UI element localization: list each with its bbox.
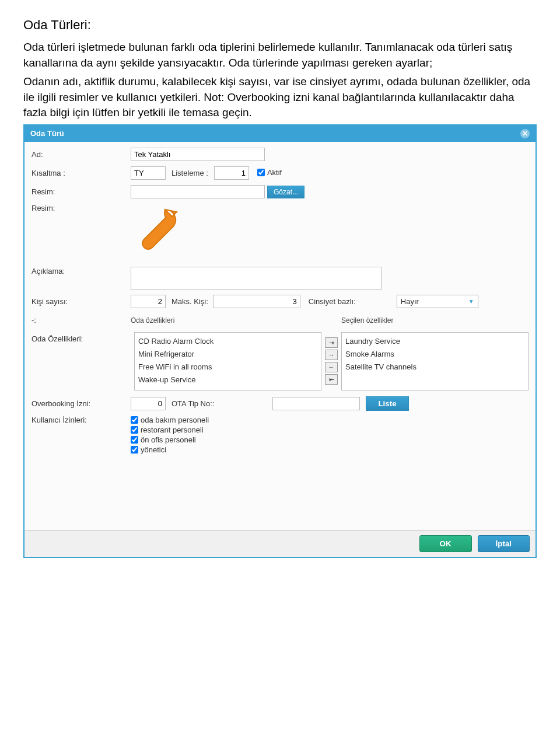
aciklama-textarea[interactable] — [131, 267, 382, 290]
label-overbooking: Overbooking İzni: — [32, 399, 131, 408]
close-icon[interactable]: ✕ — [520, 129, 530, 138]
perm-label: ön ofis personeli — [141, 435, 196, 444]
perm-label: oda bakım personeli — [141, 416, 209, 424]
ota-input[interactable] — [272, 397, 360, 410]
perm-checkbox-3[interactable] — [131, 446, 138, 454]
label-resim-2: Resim: — [32, 204, 131, 212]
move-all-left-button[interactable]: ⇤ — [325, 374, 338, 385]
list-item[interactable]: Laundry Service — [345, 335, 524, 348]
modal-body: Ad: Kısaltma : Listeleme : Aktif Resim: … — [24, 142, 536, 530]
listeleme-input[interactable] — [214, 166, 249, 180]
modal-title: Oda Türü — [30, 129, 64, 138]
paragraph-1: Oda türleri işletmede bulunan farklı oda… — [23, 40, 537, 71]
label-oda-ozellikleri: Oda Özellikleri: — [32, 332, 131, 390]
label-listeleme: Listeleme : — [172, 169, 208, 177]
list-item[interactable]: Free WiFi in all rooms — [138, 361, 317, 374]
move-all-right-button[interactable]: ⇥ — [325, 337, 338, 348]
cinsiyet-value: Hayır — [401, 297, 419, 306]
label-resim-1: Resim: — [32, 187, 131, 196]
perm-checkbox-2[interactable] — [131, 436, 138, 444]
svg-point-0 — [139, 246, 144, 250]
list-item[interactable]: Smoke Alarms — [345, 348, 524, 361]
list-item[interactable]: Wake-up Service — [138, 374, 317, 386]
ad-input[interactable] — [131, 148, 265, 161]
label-ad: Ad: — [32, 150, 131, 159]
label-secilen-hdr: Seçilen özellikler — [341, 316, 528, 325]
label-kisaltma: Kısaltma : — [32, 169, 131, 177]
available-features-list[interactable]: CD Radio Alarm Clock Mini Refrigerator F… — [134, 332, 321, 390]
paragraph-2: Odanın adı, aktiflik durumu, kalabilecek… — [23, 74, 537, 121]
list-item[interactable]: CD Radio Alarm Clock — [138, 335, 317, 348]
cancel-button[interactable]: İptal — [478, 535, 530, 552]
modal-header: Oda Türü ✕ — [24, 125, 536, 142]
overbooking-input[interactable] — [131, 397, 166, 410]
label-aciklama: Açıklama: — [32, 267, 131, 275]
label-ota: OTA Tip No:: — [172, 399, 214, 408]
perm-label: yönetici — [141, 445, 166, 454]
perm-label: restorant personeli — [141, 425, 204, 434]
ok-button[interactable]: OK — [419, 535, 472, 552]
cinsiyet-select[interactable]: Hayır ▼ — [397, 295, 478, 308]
section-heading: Oda Türleri: — [23, 18, 537, 33]
label-aktif: Aktif — [267, 168, 282, 177]
perm-checkbox-1[interactable] — [131, 426, 138, 434]
permissions-group: oda bakım personeli restorant personeli … — [131, 416, 209, 455]
kisaltma-input[interactable] — [131, 166, 166, 180]
list-item[interactable]: Mini Refrigerator — [138, 348, 317, 361]
resim-input[interactable] — [131, 185, 265, 198]
label-kisi-sayisi: Kişi sayısı: — [32, 297, 131, 306]
move-left-button[interactable]: ← — [325, 362, 338, 372]
modal-footer: OK İptal — [24, 530, 536, 557]
label-dash: -: — [32, 316, 131, 325]
aktif-checkbox[interactable] — [257, 169, 265, 176]
label-kullanici-izinleri: Kullanıcı İzinleri: — [32, 416, 131, 424]
selected-features-list[interactable]: Laundry Service Smoke Alarms Satellite T… — [341, 332, 528, 390]
transfer-buttons: ⇥ → ← ⇤ — [325, 332, 338, 390]
liste-button[interactable]: Liste — [366, 396, 408, 411]
label-maks-kisi: Maks. Kişi: — [172, 297, 208, 306]
chevron-down-icon: ▼ — [468, 298, 474, 305]
maks-kisi-input[interactable] — [213, 295, 300, 308]
move-right-button[interactable]: → — [325, 350, 338, 360]
wrench-icon — [127, 204, 186, 262]
label-oda-ozellikleri-hdr: Oda özellikleri — [131, 316, 318, 325]
kisi-sayisi-input[interactable] — [131, 295, 166, 308]
browse-button[interactable]: Gözat... — [267, 186, 304, 198]
perm-checkbox-0[interactable] — [131, 416, 138, 424]
room-type-modal: Oda Türü ✕ Ad: Kısaltma : Listeleme : Ak… — [23, 124, 537, 558]
list-item[interactable]: Satellite TV channels — [345, 361, 524, 374]
label-cinsiyet: Cinsiyet bazlı: — [309, 297, 356, 306]
